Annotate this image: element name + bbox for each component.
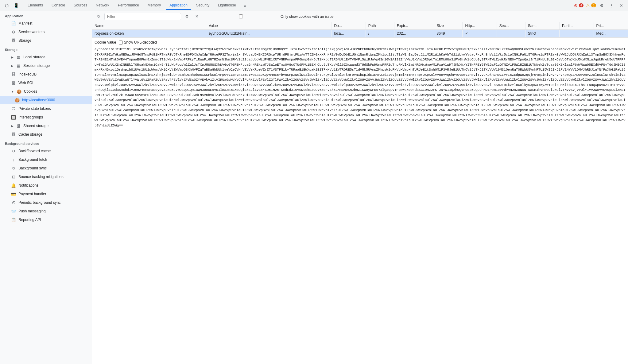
device-toggle-icon[interactable]: 📱 <box>12 1 20 10</box>
sidebar-item-background-sync-label: Background sync <box>18 166 87 170</box>
indexeddb-icon: 🗄 <box>11 72 16 77</box>
cookie-samesite-cell: Strict <box>525 30 559 37</box>
reporting-api-icon: 📋 <box>11 218 16 222</box>
local-storage-icon: ▦ <box>16 55 21 60</box>
localhost-cookie-icon: 🍪 <box>15 98 20 103</box>
cookie-size-cell: 3649 <box>434 30 463 37</box>
sidebar-item-cookies[interactable]: ▼ 🍪 Cookies <box>0 87 92 96</box>
main-layout: Application 📄 Manifest ⚙ Service workers… <box>0 11 628 364</box>
cookie-name-cell: roq-session-token <box>92 30 206 37</box>
cookie-domain-cell: loca... <box>331 30 366 37</box>
manifest-icon: 📄 <box>11 21 16 26</box>
sidebar-item-session-storage-label: Session storage <box>23 64 87 68</box>
cookie-value-title: Cookie Value <box>95 40 116 45</box>
sidebar-item-background-sync[interactable]: ↻ Background sync <box>0 164 92 172</box>
sidebar-item-push-messaging[interactable]: 📨 Push messaging <box>0 207 92 215</box>
session-storage-icon: ▦ <box>16 64 21 68</box>
tab-network[interactable]: Network <box>92 1 113 10</box>
back-forward-cache-icon: ↺ <box>11 149 16 153</box>
table-row[interactable]: roq-session-token eyJhbGciOiJIUzI1NilsIn… <box>92 30 628 37</box>
cookie-partitioned-cell <box>560 30 594 37</box>
devtools-toolbar: ⬡ 📱 Elements Console Sources Network Per… <box>0 0 628 11</box>
sidebar-item-websql-label: Web SQL <box>18 81 87 85</box>
sidebar-item-storage[interactable]: 🗄 Storage <box>0 36 92 45</box>
issue-filter-checkbox-label[interactable]: Only show cookies with an issue <box>203 14 334 19</box>
sidebar-item-back-forward-cache[interactable]: ↺ Back/forward cache <box>0 147 92 155</box>
shared-storage-icon: 🗄 <box>16 124 21 128</box>
cookie-httponly-cell: ✓ <box>463 30 497 37</box>
show-url-decoded-checkbox[interactable] <box>119 41 123 45</box>
show-url-decoded-label[interactable]: Show URL-decoded <box>119 40 157 45</box>
more-options-icon[interactable]: ⋮ <box>607 1 616 10</box>
tab-application[interactable]: Application <box>166 1 191 10</box>
sidebar-item-background-fetch[interactable]: ↓ Background fetch <box>0 155 92 164</box>
sidebar-item-indexeddb[interactable]: 🗄 IndexedDB <box>0 70 92 79</box>
storage-section-header: Storage <box>0 45 92 53</box>
col-header-secure: Sec... <box>497 22 525 30</box>
tab-sources[interactable]: Sources <box>70 1 91 10</box>
sidebar-item-cache-storage-label: Cache storage <box>18 132 87 137</box>
issue-filter-label: Only show cookies with an issue <box>281 14 334 19</box>
sidebar-item-payment-handler-label: Payment handler <box>18 192 87 196</box>
background-sync-icon: ↻ <box>11 166 16 171</box>
error-badge: 4 <box>579 3 584 7</box>
expand-cookies-icon: ▼ <box>11 90 14 93</box>
tab-console[interactable]: Console <box>48 1 69 10</box>
payment-handler-icon: 💳 <box>11 192 16 196</box>
sidebar-item-local-storage[interactable]: ▶ ▦ Local storage <box>0 53 92 61</box>
sidebar-item-background-fetch-label: Background fetch <box>18 157 87 162</box>
col-header-path: Path <box>366 22 394 30</box>
sidebar-item-service-workers[interactable]: ⚙ Service workers <box>0 28 92 36</box>
clear-filter-icon[interactable]: ✕ <box>193 13 201 21</box>
sidebar-item-notifications[interactable]: 🔔 Notifications <box>0 181 92 190</box>
tab-elements[interactable]: Elements <box>24 1 47 10</box>
col-header-expires: Expir... <box>394 22 434 30</box>
push-messaging-icon: 📨 <box>11 209 16 214</box>
error-count: ⊗ 4 <box>574 3 584 8</box>
sidebar-item-periodic-bg-sync[interactable]: ⏱ Periodic background sync <box>0 198 92 207</box>
close-icon[interactable]: ✕ <box>617 1 626 10</box>
col-header-name: Name <box>92 22 206 30</box>
sidebar: Application 📄 Manifest ⚙ Service workers… <box>0 11 92 364</box>
bg-services-section-header: Background services <box>0 139 92 147</box>
sidebar-item-private-state-tokens[interactable]: 🛡 Private state tokens <box>0 104 92 113</box>
sidebar-item-local-storage-label: Local storage <box>23 55 87 59</box>
sidebar-item-bounce-tracking-label: Bounce tracking mitigations <box>18 175 87 179</box>
sidebar-item-manifest[interactable]: 📄 Manifest <box>0 19 92 28</box>
sidebar-item-session-storage[interactable]: ▶ ▦ Session storage <box>0 61 92 70</box>
sidebar-item-cache-storage[interactable]: 🗄 Cache storage <box>0 130 92 139</box>
col-header-domain: Do... <box>331 22 366 30</box>
sidebar-item-payment-handler[interactable]: 💳 Payment handler <box>0 190 92 198</box>
sidebar-item-bounce-tracking[interactable]: ⊡ Bounce tracking mitigations <box>0 172 92 181</box>
tab-security[interactable]: Security <box>192 1 213 10</box>
filter-settings-icon[interactable]: ⚙ <box>183 13 191 21</box>
sidebar-item-websql[interactable]: 🗄 Web SQL <box>0 79 92 87</box>
cookie-table: Name Value Do... Path Expir... Size Http… <box>92 22 628 37</box>
cookie-path-cell: / <box>366 30 394 37</box>
sidebar-item-manifest-label: Manifest <box>18 21 87 25</box>
service-workers-icon: ⚙ <box>11 30 16 34</box>
sidebar-item-interest-groups[interactable]: 🔲 Interest groups <box>0 113 92 122</box>
expand-session-storage-icon: ▶ <box>11 64 14 68</box>
background-fetch-icon: ↓ <box>11 157 16 162</box>
storage-icon: 🗄 <box>11 38 16 43</box>
refresh-button[interactable]: ↻ <box>95 13 103 21</box>
sidebar-item-reporting-api[interactable]: 📋 Reporting API <box>0 215 92 224</box>
sidebar-item-indexeddb-label: IndexedDB <box>18 72 87 76</box>
settings-icon[interactable]: ⚙ <box>597 1 606 10</box>
sidebar-item-cookies-label: Cookies <box>24 89 87 94</box>
col-header-httponly: Http... <box>463 22 497 30</box>
col-header-size: Size <box>434 22 463 30</box>
sidebar-item-service-workers-label: Service workers <box>18 30 87 34</box>
sidebar-item-localhost[interactable]: 🍪 http://localhost:3000 <box>0 96 92 104</box>
issue-filter-checkbox[interactable] <box>203 14 279 18</box>
more-tabs-icon[interactable]: » <box>241 1 250 10</box>
col-header-partitioned: Parti... <box>560 22 594 30</box>
sidebar-item-shared-storage[interactable]: ▶ 🗄 Shared storage <box>0 122 92 130</box>
cookie-value-text: eyJhbGciOiJIUzI1NilsInR5cCI6IkpXVCJ9.eyJ… <box>95 47 626 128</box>
inspect-icon[interactable]: ⬡ <box>2 1 11 10</box>
tab-memory[interactable]: Memory <box>144 1 165 10</box>
tab-performance[interactable]: Performance <box>114 1 143 10</box>
tab-lighthouse[interactable]: Lighthouse <box>214 1 240 10</box>
filter-input[interactable] <box>104 13 181 20</box>
